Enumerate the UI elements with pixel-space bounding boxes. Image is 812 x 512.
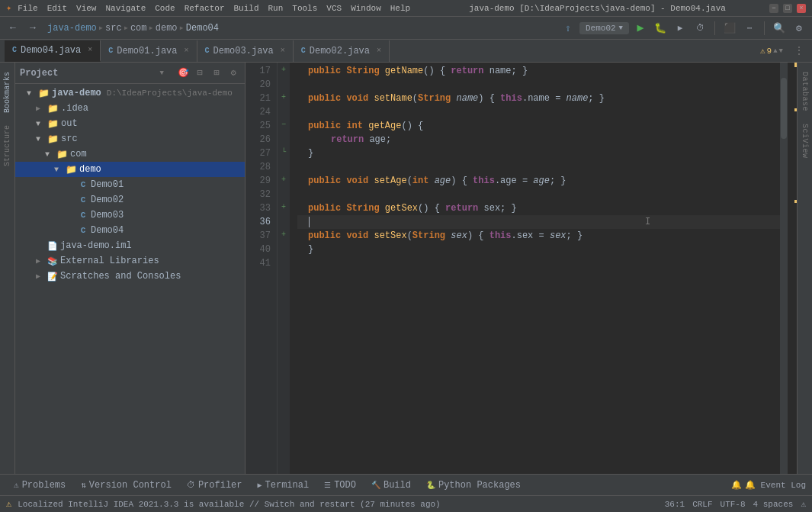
menu-edit[interactable]: Edit [47,4,67,13]
close-button[interactable]: × [797,4,806,13]
menu-navigate[interactable]: Navigate [105,4,146,13]
gutter-21[interactable]: + [278,90,290,104]
bottom-tab-profiler[interactable]: ⏱ Profiler [179,475,250,496]
line-num-36: 36 [246,215,271,229]
more-run-button[interactable]: ⋯ [741,20,758,37]
menu-help[interactable]: Help [390,4,410,13]
locate-file-button[interactable]: 🎯 [176,66,190,80]
gutter-25[interactable]: − [278,118,290,131]
gutter-37[interactable]: + [278,227,290,241]
coverage-button[interactable]: ▶ [672,20,688,37]
scrollbar-thumb[interactable] [781,78,787,139]
breadcrumb-project[interactable]: java-demo [47,23,97,34]
menu-file[interactable]: File [18,4,37,13]
menu-vcs[interactable]: VCS [326,4,342,13]
tree-item-scratches[interactable]: ▶ 📝 Scratches and Consoles [15,269,245,284]
tree-item-out[interactable]: ▼ 📁 out [15,116,245,131]
panel-dropdown-icon[interactable]: ▼ [160,69,164,77]
tree-item-com[interactable]: ▼ 📁 com [15,147,245,162]
breadcrumb-demo[interactable]: demo [156,23,178,34]
editor-scrollbar[interactable] [780,63,788,474]
bottom-tab-todo[interactable]: ☰ TODO [316,475,364,496]
terminal-label: Terminal [265,480,310,491]
indent-info[interactable]: 4 spaces [753,500,794,509]
menu-build[interactable]: Build [233,4,258,13]
tree-item-demo03[interactable]: C Demo03 [15,208,245,223]
window-title: java-demo [D:\IdeaProjects\java-demo] - … [425,4,769,13]
code-line-29: public void setAge(int age) { this.age =… [297,174,780,188]
forward-button[interactable]: → [24,20,41,37]
tab-demo01[interactable]: C Demo01.java × [101,40,197,62]
vcs-icon[interactable]: ⇧ [560,20,576,37]
bottom-tab-version-control[interactable]: ⇅ Version Control [73,475,179,496]
status-message[interactable]: Localized IntelliJ IDEA 2021.3.3 is avai… [18,500,441,509]
menu-tools[interactable]: Tools [292,4,317,13]
code-line-41 [297,256,780,270]
panel-settings-button[interactable]: ⚙ [226,66,240,80]
left-tab-bookmarks[interactable]: Bookmarks [2,66,13,119]
menu-refactor[interactable]: Refactor [185,4,225,13]
settings-button[interactable]: ⚙ [791,20,807,37]
gutter-33[interactable]: + [278,200,290,214]
menu-code[interactable]: Code [155,4,175,13]
breadcrumb-src[interactable]: src [105,23,122,34]
tab-demo02[interactable]: C Demo02.java × [294,40,390,62]
menu-window[interactable]: Window [351,4,381,13]
bottom-tab-build[interactable]: 🔨 Build [364,475,419,496]
window-controls[interactable]: − □ × [769,4,806,13]
tree-item-src[interactable]: ▼ 📁 src [15,131,245,147]
editor-area[interactable]: 17 20 21 24 25 26 27 28 29 32 33 36 37 4… [246,63,797,474]
menu-view[interactable]: View [76,4,96,13]
bottom-tab-problems[interactable]: ⚠ Problems [6,475,73,496]
breadcrumb: java-demo ▸ src ▸ com ▸ demo ▸ Demo04 [47,22,219,34]
tab-demo01-close[interactable]: × [184,47,188,55]
run-button[interactable]: ▶ [632,20,649,37]
debug-button[interactable]: 🐛 [652,20,669,37]
warning-badge[interactable]: ⚠ 9 ▲ ▼ [760,46,789,56]
tabs-more-button[interactable]: ⋮ [791,44,807,57]
bottom-tab-terminal[interactable]: ▶ Terminal [250,475,317,496]
breadcrumb-com[interactable]: com [130,23,147,34]
menu-bar[interactable]: File Edit View Navigate Code Refactor Bu… [18,4,410,13]
tree-item-idea[interactable]: ▶ 📁 .idea [15,101,245,116]
tree-item-root[interactable]: ▼ 📁 java-demo D:\IdeaProjects\java-demo [15,85,245,101]
tab-demo02-close[interactable]: × [377,47,381,55]
right-tab-sciview[interactable]: SciView [799,118,810,165]
line-ending[interactable]: CRLF [692,500,712,509]
sep2 [764,21,765,35]
tab-demo04-close[interactable]: × [88,46,92,54]
bottom-tab-python[interactable]: 🐍 Python Packages [419,475,528,496]
event-log-button[interactable]: 🔔 🔔 Event Log [731,480,806,490]
expand-all-button[interactable]: ⊞ [210,66,223,80]
search-everywhere-button[interactable]: 🔍 [771,20,788,37]
tab-demo04[interactable]: C Demo04.java × [5,40,101,62]
collapse-all-button[interactable]: ⊟ [193,66,207,80]
right-tab-database[interactable]: Database [799,66,810,118]
menu-run[interactable]: Run [268,4,284,13]
tree-item-iml[interactable]: 📄 java-demo.iml [15,238,245,253]
run-config-selector[interactable]: Demo02 ▼ [579,22,629,34]
tree-item-demo02[interactable]: C Demo02 [15,192,245,208]
cursor-position[interactable]: 36:1 [665,500,685,509]
tree-item-demo04[interactable]: C Demo04 [15,223,245,238]
gutter-17[interactable]: + [278,63,290,76]
tree-item-ext-libs[interactable]: ▶ 📚 External Libraries [15,253,245,269]
tree-item-demo[interactable]: ▼ 📁 demo [15,162,245,177]
maximize-button[interactable]: □ [783,4,792,13]
tab-demo03-close[interactable]: × [281,47,285,55]
breadcrumb-current[interactable]: Demo04 [186,23,219,34]
tree-arrow-idea: ▶ [36,104,45,113]
tree-item-demo01[interactable]: C Demo01 [15,177,245,192]
gutter-36 [278,214,290,227]
left-tab-structure[interactable]: Structure [2,119,13,172]
minimize-button[interactable]: − [769,4,778,13]
profile-button[interactable]: ⏱ [692,20,708,37]
tab-demo03[interactable]: C Demo03.java × [197,40,294,62]
stop-button[interactable]: ⬛ [721,20,738,37]
code-content[interactable]: public String getName() { return name; }… [290,63,780,474]
gutter-29[interactable]: + [278,172,290,186]
file-encoding[interactable]: UTF-8 [721,500,746,509]
code-line-36[interactable]: I [297,215,780,229]
back-button[interactable]: ← [5,20,21,37]
gutter-27[interactable]: └ [278,145,290,159]
